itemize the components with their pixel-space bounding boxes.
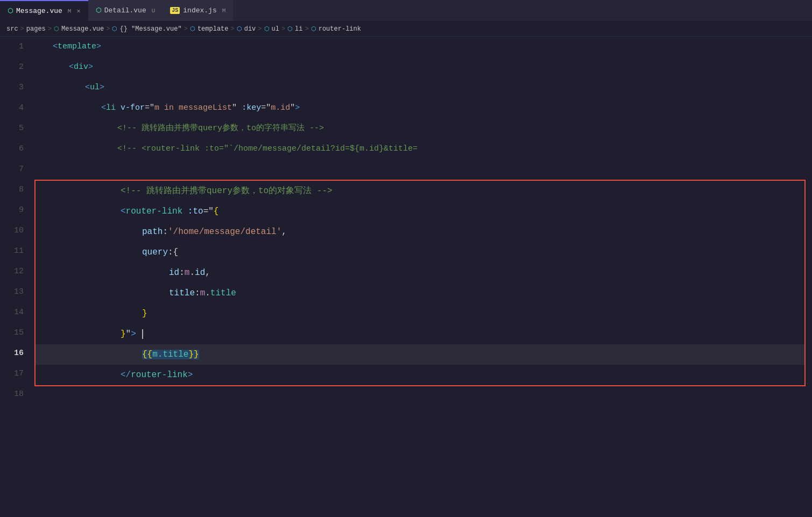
tab-index-js[interactable]: JS index.js M <box>163 0 233 21</box>
line-num-17: 17 <box>0 364 32 384</box>
code-line-3: <ul> <box>32 77 812 98</box>
js-icon: JS <box>170 7 180 14</box>
breadcrumb-vue-icon: ⬡ <box>54 25 59 32</box>
breadcrumb-router-link: router-link <box>319 25 361 33</box>
tab-message-vue[interactable]: ⬡ Message.vue M ✕ <box>0 0 88 21</box>
breadcrumb-obj-icon-1: ⬡ <box>112 25 117 32</box>
breadcrumb: src > pages > ⬡ Message.vue > ⬡ {} "Mess… <box>0 22 812 37</box>
tab-label-2: Detail.vue <box>104 6 146 15</box>
code-line-9: <router-link :to="{ <box>36 201 804 222</box>
line-num-2: 2 <box>0 57 32 77</box>
breadcrumb-ul: ul <box>272 25 279 33</box>
line-num-8: 8 <box>0 180 32 200</box>
code-line-10: path:'/home/message/detail', <box>36 222 804 242</box>
breadcrumb-sep-8: > <box>305 25 309 33</box>
tab-modified-2: U <box>152 8 156 14</box>
line-num-4: 4 <box>0 98 32 118</box>
tab-label-3: index.js <box>183 6 216 15</box>
vue-icon: ⬡ <box>8 7 13 15</box>
breadcrumb-obj-icon-5: ⬡ <box>287 25 293 32</box>
breadcrumb-obj-icon-2: ⬡ <box>190 25 195 32</box>
breadcrumb-template: template <box>197 25 229 33</box>
code-line-8: <!-- 跳转路由并携带query参数，to的对象写法 --> <box>36 181 804 201</box>
vue-icon-2: ⬡ <box>96 6 101 15</box>
code-line-1: <template> <box>32 37 812 57</box>
code-area[interactable]: <template> <div> <ul> <li v-for="m in me… <box>32 37 812 517</box>
code-line-7 <box>32 159 812 180</box>
line-num-9: 9 <box>0 200 32 221</box>
breadcrumb-src: src <box>6 25 18 33</box>
line-num-6: 6 <box>0 139 32 159</box>
tab-close-icon[interactable]: ✕ <box>76 7 80 15</box>
line-numbers: 1 2 3 4 5 6 7 8 9 10 11 12 13 14 15 16 1… <box>0 37 32 517</box>
line-num-3: 3 <box>0 77 32 98</box>
code-line-6: <!-- <router-link :to="`/home/message/de… <box>32 139 812 159</box>
line-num-10: 10 <box>0 221 32 241</box>
code-line-15: }"> <box>36 324 804 344</box>
code-line-16: {{m.title}} <box>36 344 804 365</box>
line-num-7: 7 <box>0 159 32 180</box>
breadcrumb-message-vue-label: {} "Message.vue" <box>119 25 181 33</box>
code-line-5: <!-- 跳转路由并携带query参数，to的字符串写法 --> <box>32 118 812 139</box>
tab-label: Message.vue <box>16 7 62 15</box>
tab-modified-3: M <box>222 8 226 14</box>
code-line-14: } <box>36 303 804 324</box>
editor: 1 2 3 4 5 6 7 8 9 10 11 12 13 14 15 16 1… <box>0 37 812 517</box>
code-line-13: title:m.title <box>36 283 804 303</box>
line-num-16: 16 <box>0 343 32 364</box>
breadcrumb-sep-7: > <box>281 25 285 33</box>
breadcrumb-div: div <box>244 25 256 33</box>
line-num-13: 13 <box>0 282 32 302</box>
code-line-12: id:m.id, <box>36 263 804 283</box>
breadcrumb-li: li <box>295 25 302 33</box>
line-num-5: 5 <box>0 118 32 139</box>
breadcrumb-sep-6: > <box>258 25 262 33</box>
breadcrumb-obj-icon-4: ⬡ <box>264 25 270 32</box>
code-line-2: <div> <box>32 57 812 77</box>
code-line-4: <li v-for="m in messageList" :key="m.id"… <box>32 98 812 118</box>
breadcrumb-obj-icon-3: ⬡ <box>237 25 242 32</box>
breadcrumb-sep-5: > <box>230 25 234 33</box>
tab-modified: M <box>68 8 72 15</box>
line-num-11: 11 <box>0 241 32 261</box>
breadcrumb-sep-4: > <box>184 25 188 33</box>
cursor <box>142 329 143 339</box>
breadcrumb-obj-icon-6: ⬡ <box>311 25 316 32</box>
breadcrumb-pages: pages <box>26 25 46 33</box>
line-num-14: 14 <box>0 302 32 323</box>
code-line-18 <box>32 386 812 407</box>
breadcrumb-sep-3: > <box>106 25 110 33</box>
code-line-17: </router-link> <box>36 365 804 385</box>
tab-detail-vue[interactable]: ⬡ Detail.vue U <box>88 0 163 21</box>
line-num-18: 18 <box>0 384 32 405</box>
tab-bar: ⬡ Message.vue M ✕ ⬡ Detail.vue U JS inde… <box>0 0 812 22</box>
code-line-11: query:{ <box>36 242 804 263</box>
breadcrumb-message-vue: Message.vue <box>61 25 104 33</box>
line-num-15: 15 <box>0 323 32 343</box>
line-num-12: 12 <box>0 261 32 282</box>
highlight-block: <!-- 跳转路由并携带query参数，to的对象写法 --> <router-… <box>34 180 806 386</box>
breadcrumb-sep-2: > <box>48 25 52 33</box>
line-num-1: 1 <box>0 37 32 57</box>
breadcrumb-sep-1: > <box>20 25 24 33</box>
